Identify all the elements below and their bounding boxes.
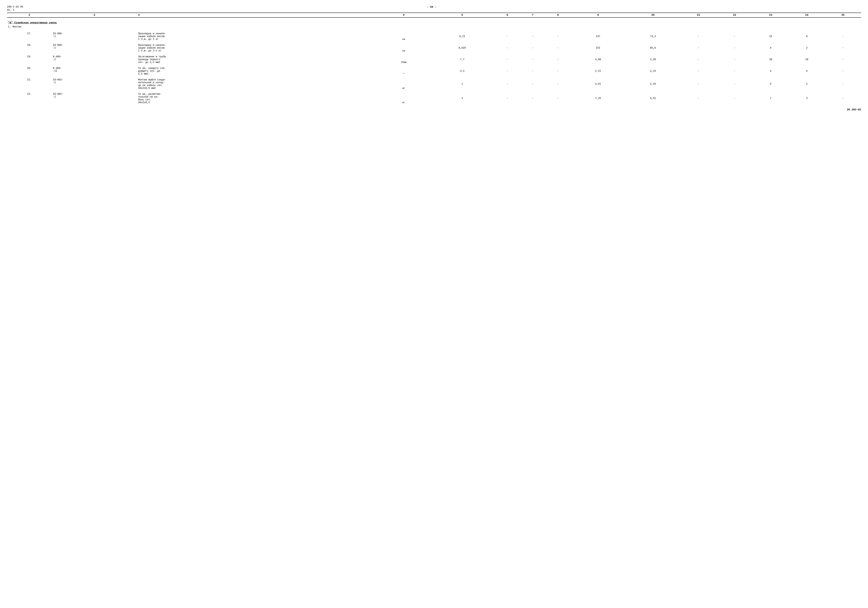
row-val9-20: I,2I <box>571 66 626 76</box>
row-val5-17: 0,II <box>430 32 495 41</box>
row-unit-21: шт <box>378 78 430 90</box>
table-row: 20. 8-409- -II То же, каждого сле- дующе… <box>7 66 861 76</box>
col-header-7: 7 <box>520 13 545 17</box>
spacer-2 <box>7 41 861 43</box>
row-num-22: 22. <box>7 92 52 104</box>
row-num-20: 20. <box>7 66 52 76</box>
row-val9-19: 4,88 <box>571 55 626 64</box>
page-header: 290-I-43 95 Ан. I - 54 - <box>7 5 861 12</box>
col-header-9: 9 <box>571 13 626 17</box>
row-val7-17: - <box>520 32 545 41</box>
row-val6-21: - <box>495 78 520 90</box>
col-header-3: 3 <box>137 13 378 17</box>
row-val14-21: 2 <box>789 78 825 90</box>
column-header-row: I 2 3 4 5 6 7 8 9 IO II I2 I3 I4 I5 <box>7 13 861 17</box>
row-num-18: I8. <box>7 43 52 53</box>
row-val10-20: I,I4 <box>625 66 680 76</box>
row-val12-18: - <box>716 43 753 53</box>
spacer-1 <box>7 29 861 32</box>
main-table: I 2 3 4 5 6 7 8 9 IO II I2 I3 I4 I5 "Б" … <box>7 12 861 107</box>
row-val7-18: - <box>520 43 545 53</box>
row-num-19: I9. <box>7 55 52 64</box>
row-code-17: IO-960- -I <box>52 32 137 41</box>
row-val15-19: - <box>825 55 861 64</box>
row-val14-22: 3 <box>789 92 825 104</box>
row-val11-18: - <box>680 43 716 53</box>
row-code-20: 8-409- -II <box>52 66 137 76</box>
spacer-5 <box>7 76 861 78</box>
row-val13-20: 4 <box>753 66 789 76</box>
row-val12-17: - <box>716 32 753 41</box>
row-val8-19: - <box>545 55 571 64</box>
row-val13-19: 38 <box>753 55 789 64</box>
row-val8-21: - <box>545 78 571 90</box>
row-val12-19: - <box>716 55 753 64</box>
row-val15-17: - <box>825 32 861 41</box>
col-header-12: I2 <box>716 13 753 17</box>
col-header-4: 4 <box>378 13 430 17</box>
footer-doc-code: 20 262-02 <box>847 108 861 111</box>
footer: 20 262-02 <box>7 108 861 111</box>
row-desc-19: Затягивание в трубы провода первого сеч.… <box>137 55 378 64</box>
row-val14-18: 2 <box>789 43 825 53</box>
table-row: I7. IO-960- -I Прокладка в канали- зации… <box>7 32 861 41</box>
col-header-8: 8 <box>545 13 571 17</box>
col-header-15: I5 <box>825 13 861 17</box>
col-header-6: 6 <box>495 13 520 17</box>
subsection-title: I. Монтаж <box>8 25 860 28</box>
section-header-row: "Б" Судейская оперативная связь <box>7 20 861 25</box>
spacer-7 <box>7 104 861 107</box>
col-header-10: IO <box>625 13 680 17</box>
row-code-22: IO-965- -I <box>52 92 137 104</box>
row-val5-18: 0,025 <box>430 43 495 53</box>
spacer-3 <box>7 53 861 55</box>
row-val9-22: 7,25 <box>571 92 626 104</box>
row-val13-21: 5 <box>753 78 789 90</box>
row-val15-20: - <box>825 66 861 76</box>
row-val6-22: - <box>495 92 520 104</box>
row-val5-22: I <box>430 92 495 104</box>
subsection-header-row: I. Монтаж <box>7 25 861 29</box>
row-val11-20: - <box>680 66 716 76</box>
row-val9-21: 4,6I <box>571 78 626 90</box>
row-desc-22: То же, разветви- тельной на ка- бель сеч… <box>137 92 378 104</box>
row-code-19: 8-409- -I <box>52 55 137 64</box>
row-val11-21: - <box>680 78 716 90</box>
row-val15-21: - <box>825 78 861 90</box>
table-row: I8. IO-960- -I Прокладка в канали- зации… <box>7 43 861 53</box>
row-val11-17: - <box>680 32 716 41</box>
table-row: 22. IO-965- -I То же, разветви- тельной … <box>7 92 861 104</box>
row-val13-22: 7 <box>753 92 789 104</box>
row-val5-19: 7,7 <box>430 55 495 64</box>
row-val12-20: - <box>716 66 753 76</box>
row-val7-19: - <box>520 55 545 64</box>
row-val6-17: - <box>495 32 520 41</box>
col-header-2: 2 <box>52 13 137 17</box>
col-header-1: I <box>7 13 52 17</box>
row-val15-22: - <box>825 92 861 104</box>
row-val5-20: 3,3 <box>430 66 495 76</box>
row-val11-19: - <box>680 55 716 64</box>
spacer-4 <box>7 64 861 66</box>
row-val10-21: 2,43 <box>625 78 680 90</box>
row-desc-20: То же, каждого сле- дующего сеч. до 2,5 … <box>137 66 378 76</box>
row-val8-20: - <box>545 66 571 76</box>
row-val9-18: I5I <box>571 43 626 53</box>
section-title: "Б" Судейская оперативная связь <box>8 21 860 24</box>
col-header-5: 5 <box>430 13 495 17</box>
row-desc-18: Прокладка в канали- зации кабеля весом I… <box>137 43 378 53</box>
page-number: - 54 - <box>23 5 840 9</box>
row-val12-22: - <box>716 92 753 104</box>
row-val7-22: - <box>520 92 545 104</box>
row-desc-21: Монтаж муфти соеди- нительной в колод- ц… <box>137 78 378 90</box>
col-header-14: I4 <box>789 13 825 17</box>
row-unit-22: шт <box>378 92 430 104</box>
spacer-6 <box>7 90 861 92</box>
row-val10-22: 3,5I <box>625 92 680 104</box>
row-val6-19: - <box>495 55 520 64</box>
col-header-11: II <box>680 13 716 17</box>
row-val13-18: 4 <box>753 43 789 53</box>
row-code-21: IO-963- -I <box>52 78 137 90</box>
row-val5-21: I <box>430 78 495 90</box>
row-val12-21: - <box>716 78 753 90</box>
